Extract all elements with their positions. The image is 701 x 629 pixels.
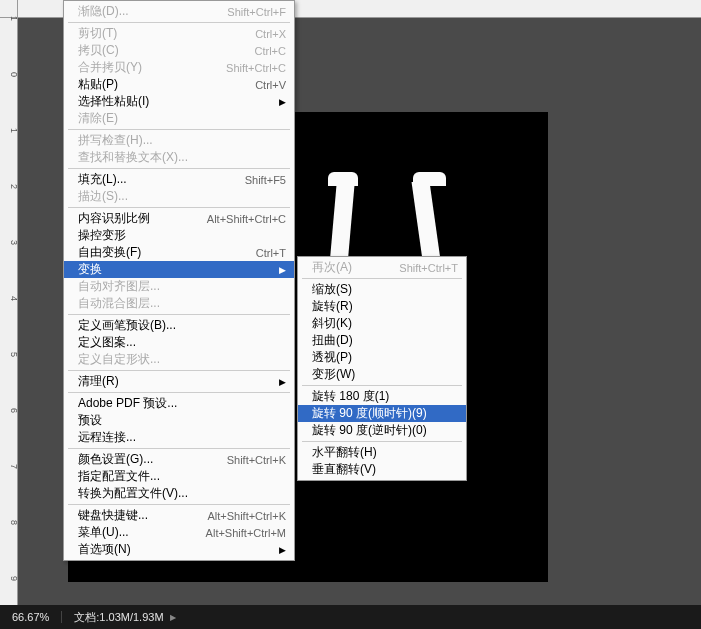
menu-item-shortcut: Alt+Shift+Ctrl+C (207, 213, 286, 225)
menu-item-shortcut: Alt+Shift+Ctrl+K (207, 510, 286, 522)
menu-item[interactable]: 键盘快捷键...Alt+Shift+Ctrl+K (64, 507, 294, 524)
menu-item-label: 粘贴(P) (78, 76, 235, 93)
menu-item-label: 旋转 90 度(逆时针)(0) (312, 422, 458, 439)
menu-item[interactable]: 旋转 90 度(顺时针)(9) (298, 405, 466, 422)
menu-separator (68, 392, 290, 393)
menu-item[interactable]: 预设 (64, 412, 294, 429)
menu-item-label: Adobe PDF 预设... (78, 395, 286, 412)
ruler-tick: 4 (2, 296, 19, 301)
menu-item[interactable]: 旋转 90 度(逆时针)(0) (298, 422, 466, 439)
menu-item[interactable]: 内容识别比例Alt+Shift+Ctrl+C (64, 210, 294, 227)
menu-separator (68, 314, 290, 315)
ruler-tick: 8 (2, 520, 19, 525)
menu-item-label: 变换 (78, 261, 271, 278)
chevron-right-icon: ▶ (279, 377, 286, 387)
ruler-tick: 7 (2, 464, 19, 469)
transform-submenu[interactable]: 再次(A)Shift+Ctrl+T缩放(S)旋转(R)斜切(K)扭曲(D)透视(… (297, 256, 467, 481)
menu-item-shortcut: Shift+Ctrl+F (227, 6, 286, 18)
menu-item-shortcut: Ctrl+X (255, 28, 286, 40)
menu-item-label: 查找和替换文本(X)... (78, 149, 286, 166)
menu-item[interactable]: 填充(L)...Shift+F5 (64, 171, 294, 188)
menu-item[interactable]: 透视(P) (298, 349, 466, 366)
menu-item: 剪切(T)Ctrl+X (64, 25, 294, 42)
menu-item-label: 预设 (78, 412, 286, 429)
menu-item-label: 再次(A) (312, 259, 379, 276)
menu-separator (68, 504, 290, 505)
menu-item[interactable]: 垂直翻转(V) (298, 461, 466, 478)
menu-item-label: 渐隐(D)... (78, 3, 207, 20)
ruler-tick: 5 (2, 352, 19, 357)
menu-item-shortcut: Shift+Ctrl+K (227, 454, 286, 466)
menu-item-label: 拷贝(C) (78, 42, 235, 59)
menu-item: 渐隐(D)...Shift+Ctrl+F (64, 3, 294, 20)
menu-item[interactable]: 扭曲(D) (298, 332, 466, 349)
menu-separator (68, 207, 290, 208)
chevron-right-icon: ▶ (170, 613, 176, 622)
chevron-right-icon: ▶ (279, 545, 286, 555)
menu-item[interactable]: 变换▶ (64, 261, 294, 278)
menu-item: 合并拷贝(Y)Shift+Ctrl+C (64, 59, 294, 76)
menu-item-label: 垂直翻转(V) (312, 461, 458, 478)
menu-separator (302, 278, 462, 279)
menu-item: 查找和替换文本(X)... (64, 149, 294, 166)
menu-item-shortcut: Shift+Ctrl+C (226, 62, 286, 74)
menu-item: 定义自定形状... (64, 351, 294, 368)
ruler-tick: 2 (2, 184, 19, 189)
menu-item[interactable]: Adobe PDF 预设... (64, 395, 294, 412)
menu-item-label: 定义自定形状... (78, 351, 286, 368)
menu-item[interactable]: 粘贴(P)Ctrl+V (64, 76, 294, 93)
menu-item[interactable]: 缩放(S) (298, 281, 466, 298)
ruler-tick: 9 (2, 576, 19, 581)
menu-item-label: 首选项(N) (78, 541, 271, 558)
menu-item-label: 合并拷贝(Y) (78, 59, 206, 76)
ruler-vertical[interactable]: 10123456789 (0, 18, 18, 605)
menu-item-label: 变形(W) (312, 366, 458, 383)
menu-item[interactable]: 清理(R)▶ (64, 373, 294, 390)
menu-item: 自动混合图层... (64, 295, 294, 312)
menu-item[interactable]: 菜单(U)...Alt+Shift+Ctrl+M (64, 524, 294, 541)
menu-item-label: 颜色设置(G)... (78, 451, 207, 468)
menu-item-label: 旋转(R) (312, 298, 458, 315)
menu-item[interactable]: 远程连接... (64, 429, 294, 446)
zoom-level[interactable]: 66.67% (0, 611, 62, 623)
menu-item: 拷贝(C)Ctrl+C (64, 42, 294, 59)
menu-item-label: 填充(L)... (78, 171, 225, 188)
menu-item[interactable]: 水平翻转(H) (298, 444, 466, 461)
menu-separator (68, 370, 290, 371)
status-bar: 66.67% 文档:1.03M/1.93M ▶ (0, 605, 701, 629)
menu-item: 自动对齐图层... (64, 278, 294, 295)
menu-item[interactable]: 旋转(R) (298, 298, 466, 315)
menu-item-label: 斜切(K) (312, 315, 458, 332)
menu-item[interactable]: 选择性粘贴(I)▶ (64, 93, 294, 110)
menu-item-label: 剪切(T) (78, 25, 235, 42)
edit-menu[interactable]: 渐隐(D)...Shift+Ctrl+F剪切(T)Ctrl+X拷贝(C)Ctrl… (63, 0, 295, 561)
menu-item-label: 操控变形 (78, 227, 286, 244)
document-size-label: 文档:1.03M/1.93M (74, 610, 163, 625)
ruler-tick: 1 (2, 16, 19, 21)
menu-item-shortcut: Shift+F5 (245, 174, 286, 186)
menu-item-label: 透视(P) (312, 349, 458, 366)
menu-item[interactable]: 自由变换(F)Ctrl+T (64, 244, 294, 261)
menu-item[interactable]: 颜色设置(G)...Shift+Ctrl+K (64, 451, 294, 468)
menu-item[interactable]: 定义图案... (64, 334, 294, 351)
menu-item-label: 水平翻转(H) (312, 444, 458, 461)
menu-item-label: 扭曲(D) (312, 332, 458, 349)
menu-item-shortcut: Alt+Shift+Ctrl+M (206, 527, 286, 539)
document-size[interactable]: 文档:1.03M/1.93M ▶ (62, 610, 187, 625)
menu-item[interactable]: 首选项(N)▶ (64, 541, 294, 558)
menu-item-label: 菜单(U)... (78, 524, 186, 541)
menu-item-label: 缩放(S) (312, 281, 458, 298)
menu-item[interactable]: 定义画笔预设(B)... (64, 317, 294, 334)
menu-item: 拼写检查(H)... (64, 132, 294, 149)
menu-item[interactable]: 指定配置文件... (64, 468, 294, 485)
menu-item[interactable]: 斜切(K) (298, 315, 466, 332)
menu-item-shortcut: Ctrl+T (256, 247, 286, 259)
menu-item-label: 键盘快捷键... (78, 507, 187, 524)
menu-item[interactable]: 操控变形 (64, 227, 294, 244)
menu-item[interactable]: 变形(W) (298, 366, 466, 383)
menu-item-label: 拼写检查(H)... (78, 132, 286, 149)
menu-item[interactable]: 转换为配置文件(V)... (64, 485, 294, 502)
menu-item[interactable]: 旋转 180 度(1) (298, 388, 466, 405)
ruler-tick: 0 (2, 72, 19, 77)
menu-item-label: 自动对齐图层... (78, 278, 286, 295)
